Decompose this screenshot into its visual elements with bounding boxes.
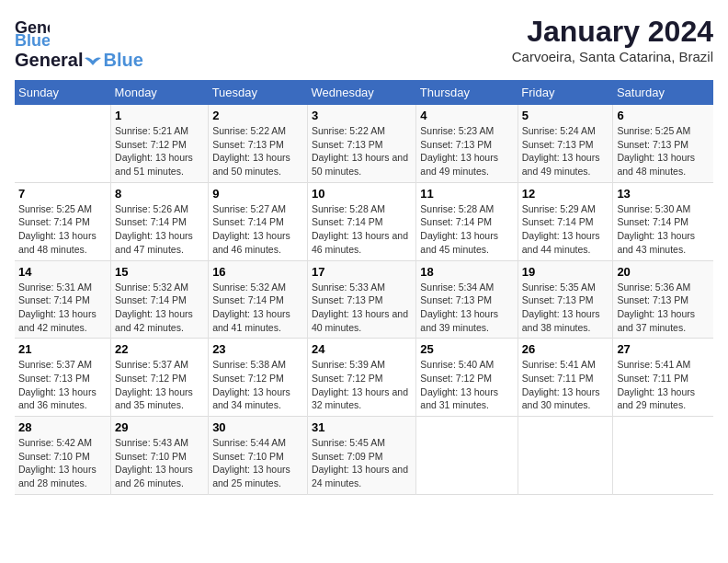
day-number: 18 <box>420 265 513 279</box>
day-cell: 6Sunrise: 5:25 AMSunset: 7:13 PMDaylight… <box>613 105 713 182</box>
day-info: Sunrise: 5:41 AMSunset: 7:11 PMDaylight:… <box>617 358 710 412</box>
day-cell: 17Sunrise: 5:33 AMSunset: 7:13 PMDayligh… <box>307 260 415 339</box>
day-info: Sunrise: 5:21 AMSunset: 7:12 PMDaylight:… <box>115 124 204 178</box>
day-info: Sunrise: 5:36 AMSunset: 7:13 PMDaylight:… <box>617 281 710 335</box>
day-info: Sunrise: 5:35 AMSunset: 7:13 PMDaylight:… <box>522 281 609 335</box>
day-cell: 19Sunrise: 5:35 AMSunset: 7:13 PMDayligh… <box>518 260 613 339</box>
day-number: 3 <box>312 109 412 122</box>
day-cell: 31Sunrise: 5:45 AMSunset: 7:09 PMDayligh… <box>307 417 415 495</box>
day-cell <box>613 417 713 495</box>
day-number: 11 <box>420 187 513 201</box>
day-info: Sunrise: 5:25 AMSunset: 7:14 PMDaylight:… <box>18 202 107 257</box>
day-number: 26 <box>522 342 609 356</box>
day-cell: 16Sunrise: 5:32 AMSunset: 7:14 PMDayligh… <box>209 260 308 339</box>
day-info: Sunrise: 5:41 AMSunset: 7:11 PMDaylight:… <box>522 358 609 412</box>
day-cell: 14Sunrise: 5:31 AMSunset: 7:14 PMDayligh… <box>15 260 111 339</box>
day-info: Sunrise: 5:31 AMSunset: 7:14 PMDaylight:… <box>18 281 107 335</box>
week-row-3: 21Sunrise: 5:37 AMSunset: 7:13 PMDayligh… <box>15 339 713 417</box>
day-info: Sunrise: 5:27 AMSunset: 7:14 PMDaylight:… <box>212 202 303 257</box>
day-number: 6 <box>617 109 710 122</box>
day-info: Sunrise: 5:38 AMSunset: 7:12 PMDaylight:… <box>212 358 303 412</box>
logo-bird-icon <box>84 54 102 67</box>
day-cell: 26Sunrise: 5:41 AMSunset: 7:11 PMDayligh… <box>518 339 613 417</box>
day-number: 24 <box>312 342 412 356</box>
logo-icon: General Blue <box>15 15 50 50</box>
day-cell: 3Sunrise: 5:22 AMSunset: 7:13 PMDaylight… <box>307 105 415 182</box>
day-number: 2 <box>212 109 303 122</box>
day-number: 19 <box>522 265 609 279</box>
day-cell: 11Sunrise: 5:28 AMSunset: 7:14 PMDayligh… <box>416 182 518 260</box>
day-number: 8 <box>115 187 204 201</box>
day-info: Sunrise: 5:34 AMSunset: 7:13 PMDaylight:… <box>420 281 513 335</box>
day-cell: 10Sunrise: 5:28 AMSunset: 7:14 PMDayligh… <box>307 182 415 260</box>
day-cell: 27Sunrise: 5:41 AMSunset: 7:11 PMDayligh… <box>613 339 713 417</box>
calendar-header-row: SundayMondayTuesdayWednesdayThursdayFrid… <box>15 80 713 105</box>
day-info: Sunrise: 5:22 AMSunset: 7:13 PMDaylight:… <box>212 124 303 178</box>
day-cell <box>15 105 111 182</box>
day-number: 17 <box>312 265 412 279</box>
day-cell: 5Sunrise: 5:24 AMSunset: 7:13 PMDaylight… <box>518 105 613 182</box>
day-info: Sunrise: 5:40 AMSunset: 7:12 PMDaylight:… <box>420 358 513 412</box>
week-row-2: 14Sunrise: 5:31 AMSunset: 7:14 PMDayligh… <box>15 260 713 339</box>
day-info: Sunrise: 5:23 AMSunset: 7:13 PMDaylight:… <box>420 124 513 178</box>
day-info: Sunrise: 5:33 AMSunset: 7:13 PMDaylight:… <box>312 281 412 335</box>
day-cell: 24Sunrise: 5:39 AMSunset: 7:12 PMDayligh… <box>307 339 415 417</box>
page-title: January 2024 <box>512 15 713 49</box>
col-header-friday: Friday <box>518 80 613 105</box>
day-info: Sunrise: 5:25 AMSunset: 7:13 PMDaylight:… <box>617 124 710 178</box>
day-cell: 18Sunrise: 5:34 AMSunset: 7:13 PMDayligh… <box>416 260 518 339</box>
day-cell: 15Sunrise: 5:32 AMSunset: 7:14 PMDayligh… <box>111 260 209 339</box>
day-cell: 29Sunrise: 5:43 AMSunset: 7:10 PMDayligh… <box>111 417 209 495</box>
week-row-1: 7Sunrise: 5:25 AMSunset: 7:14 PMDaylight… <box>15 182 713 260</box>
day-info: Sunrise: 5:28 AMSunset: 7:14 PMDaylight:… <box>420 202 513 257</box>
day-info: Sunrise: 5:32 AMSunset: 7:14 PMDaylight:… <box>115 281 204 335</box>
day-cell: 20Sunrise: 5:36 AMSunset: 7:13 PMDayligh… <box>613 260 713 339</box>
day-info: Sunrise: 5:32 AMSunset: 7:14 PMDaylight:… <box>212 281 303 335</box>
day-info: Sunrise: 5:30 AMSunset: 7:14 PMDaylight:… <box>617 202 710 257</box>
day-cell: 2Sunrise: 5:22 AMSunset: 7:13 PMDaylight… <box>209 105 308 182</box>
day-cell: 7Sunrise: 5:25 AMSunset: 7:14 PMDaylight… <box>15 182 111 260</box>
day-info: Sunrise: 5:43 AMSunset: 7:10 PMDaylight:… <box>115 436 204 490</box>
day-number: 21 <box>18 342 107 356</box>
day-cell: 8Sunrise: 5:26 AMSunset: 7:14 PMDaylight… <box>111 182 209 260</box>
day-info: Sunrise: 5:45 AMSunset: 7:09 PMDaylight:… <box>312 436 412 490</box>
day-number: 25 <box>420 342 513 356</box>
day-number: 29 <box>115 420 204 434</box>
day-cell: 22Sunrise: 5:37 AMSunset: 7:12 PMDayligh… <box>111 339 209 417</box>
day-number: 4 <box>420 109 513 122</box>
day-number: 15 <box>115 265 204 279</box>
day-cell <box>416 417 518 495</box>
day-cell: 25Sunrise: 5:40 AMSunset: 7:12 PMDayligh… <box>416 339 518 417</box>
day-info: Sunrise: 5:44 AMSunset: 7:10 PMDaylight:… <box>212 436 303 490</box>
col-header-monday: Monday <box>111 80 209 105</box>
day-info: Sunrise: 5:24 AMSunset: 7:13 PMDaylight:… <box>522 124 609 178</box>
day-number: 22 <box>115 342 204 356</box>
day-info: Sunrise: 5:22 AMSunset: 7:13 PMDaylight:… <box>312 124 412 178</box>
day-info: Sunrise: 5:29 AMSunset: 7:14 PMDaylight:… <box>522 202 609 257</box>
day-info: Sunrise: 5:28 AMSunset: 7:14 PMDaylight:… <box>312 202 412 257</box>
day-info: Sunrise: 5:37 AMSunset: 7:12 PMDaylight:… <box>115 358 204 412</box>
day-cell: 28Sunrise: 5:42 AMSunset: 7:10 PMDayligh… <box>15 417 111 495</box>
logo-blue: Blue <box>103 50 142 71</box>
day-cell: 1Sunrise: 5:21 AMSunset: 7:12 PMDaylight… <box>111 105 209 182</box>
day-number: 1 <box>115 109 204 122</box>
day-cell: 30Sunrise: 5:44 AMSunset: 7:10 PMDayligh… <box>209 417 308 495</box>
day-number: 9 <box>212 187 303 201</box>
day-cell: 12Sunrise: 5:29 AMSunset: 7:14 PMDayligh… <box>518 182 613 260</box>
day-info: Sunrise: 5:42 AMSunset: 7:10 PMDaylight:… <box>18 436 107 490</box>
calendar-table: SundayMondayTuesdayWednesdayThursdayFrid… <box>15 80 713 495</box>
day-number: 12 <box>522 187 609 201</box>
day-number: 5 <box>522 109 609 122</box>
day-cell: 9Sunrise: 5:27 AMSunset: 7:14 PMDaylight… <box>209 182 308 260</box>
day-cell: 13Sunrise: 5:30 AMSunset: 7:14 PMDayligh… <box>613 182 713 260</box>
day-cell <box>518 417 613 495</box>
day-number: 27 <box>617 342 710 356</box>
day-info: Sunrise: 5:26 AMSunset: 7:14 PMDaylight:… <box>115 202 204 257</box>
logo: General Blue General Blue <box>15 15 143 71</box>
day-number: 31 <box>312 420 412 434</box>
day-info: Sunrise: 5:39 AMSunset: 7:12 PMDaylight:… <box>312 358 412 412</box>
day-number: 13 <box>617 187 710 201</box>
day-number: 20 <box>617 265 710 279</box>
day-number: 14 <box>18 265 107 279</box>
day-info: Sunrise: 5:37 AMSunset: 7:13 PMDaylight:… <box>18 358 107 412</box>
